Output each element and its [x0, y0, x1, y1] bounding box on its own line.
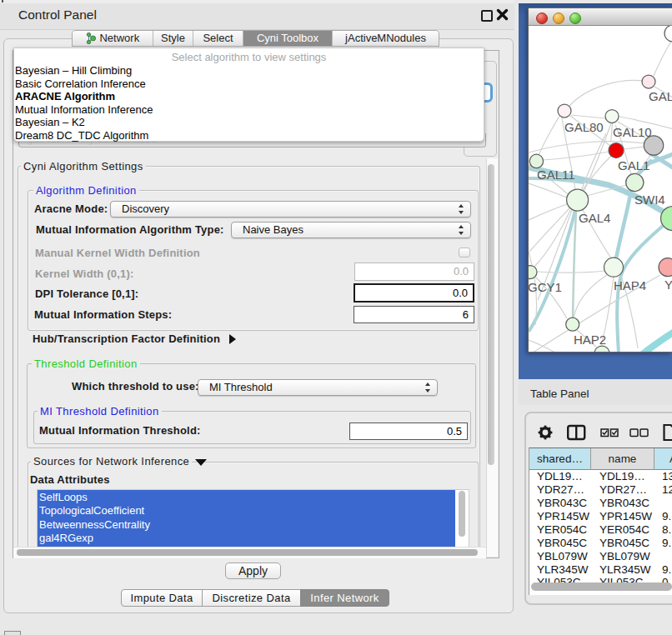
svg-text:GAL1: GAL1: [618, 158, 649, 172]
svg-text:Y: Y: [664, 278, 672, 292]
svg-text:GAL10: GAL10: [613, 125, 652, 139]
svg-text:GAL11: GAL11: [537, 168, 575, 182]
svg-text:GAL: GAL: [649, 89, 672, 103]
svg-text:HAP2: HAP2: [574, 332, 606, 347]
svg-text:GAL80: GAL80: [564, 120, 604, 134]
svg-text:GAL4: GAL4: [579, 211, 610, 225]
svg-text:HAP4: HAP4: [614, 278, 646, 292]
svg-text:GCY1: GCY1: [529, 280, 562, 294]
svg-text:SWI4: SWI4: [634, 192, 665, 207]
